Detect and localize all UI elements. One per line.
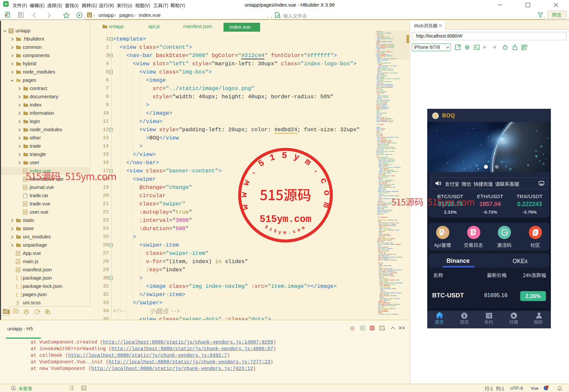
svg-text:H: H <box>5 2 8 7</box>
svg-text:515ym.com: 515ym.com <box>260 214 312 225</box>
svg-text:515ym.com: 515ym.com <box>264 224 308 235</box>
svg-text:www.515ym.com: www.515ym.com <box>239 151 332 215</box>
